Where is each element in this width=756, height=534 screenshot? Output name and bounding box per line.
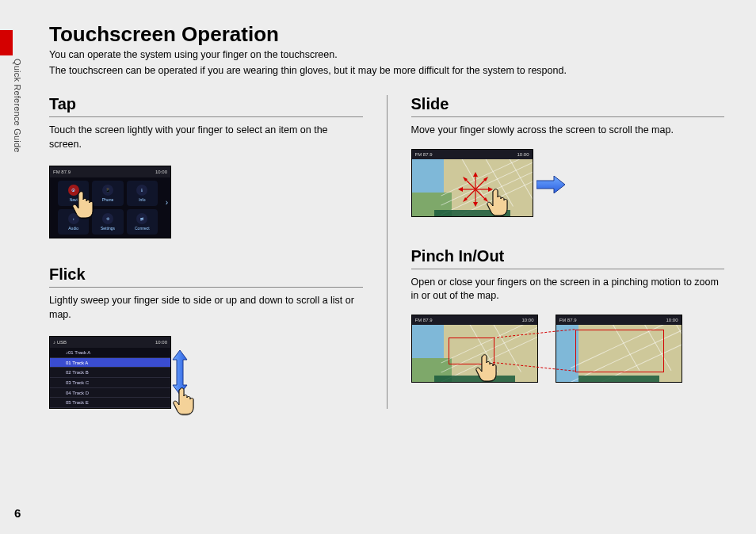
flick-body: Lightly sweep your finger side to side o… <box>49 294 363 322</box>
menu-icon-info: ℹInfo <box>127 181 158 206</box>
svg-line-10 <box>465 179 475 189</box>
intro-line-1: You can operate the system using your fi… <box>49 48 724 63</box>
chevron-right-icon: › <box>166 198 168 207</box>
zoom-frame-icon <box>575 330 664 372</box>
flick-heading: Flick <box>49 265 363 284</box>
radio-label: FM 87.9 <box>53 170 71 174</box>
menu-icon-connect: ⇄Connect <box>127 209 158 235</box>
list-item: 05 Track E <box>50 398 170 408</box>
source-label: ♪ USB <box>53 340 67 345</box>
pinch-illustration: FM 87.9 10:00 <box>411 315 697 386</box>
list-header: ♪ 01 Track A <box>50 348 170 358</box>
slide-illustration: FM 87.9 10:00 <box>411 149 557 217</box>
page-title: Touchscreen Operation <box>49 22 724 47</box>
divider <box>49 116 363 117</box>
svg-marker-5 <box>458 187 463 192</box>
list-item: 01 Track A <box>50 358 170 368</box>
tap-illustration: FM 87.9 10:00 ⦿Navi 📱Phone ℹInfo ♪Audio … <box>49 166 171 238</box>
radio-label: FM 87.9 <box>415 318 433 322</box>
hand-slide-icon <box>487 185 514 216</box>
slide-heading: Slide <box>411 95 725 113</box>
svg-marker-3 <box>473 202 478 207</box>
svg-line-14 <box>465 189 475 200</box>
pinch-body: Open or close your fingers on the screen… <box>411 276 725 303</box>
list-item: 02 Track B <box>50 368 170 378</box>
svg-marker-1 <box>473 172 478 177</box>
clock: 10:00 <box>517 152 529 157</box>
clock: 10:00 <box>666 318 678 322</box>
divider <box>411 116 725 117</box>
hand-pinch-icon <box>475 350 502 382</box>
list-item: 03 Track C <box>50 378 170 388</box>
clock: 10:00 <box>155 170 167 174</box>
tap-heading: Tap <box>49 95 363 113</box>
flick-illustration: ♪ USB 10:00 ♪ 01 Track A 01 Track A 02 T… <box>49 336 219 409</box>
intro-line-2: The touchscreen can be operated if you a… <box>49 64 724 78</box>
hand-flick-icon <box>173 383 200 415</box>
divider <box>49 287 363 288</box>
clock: 10:00 <box>155 340 167 345</box>
right-arrow-icon <box>536 176 565 193</box>
list-item: 04 Track D <box>50 388 170 399</box>
tap-body: Touch the screen lightly with your finge… <box>49 124 363 151</box>
section-tab <box>0 30 13 55</box>
radio-label: FM 87.9 <box>559 318 577 322</box>
svg-line-12 <box>475 189 486 200</box>
svg-line-8 <box>475 179 486 189</box>
clock: 10:00 <box>521 318 533 322</box>
pinch-heading: Pinch In/Out <box>411 247 725 265</box>
side-label: Quick Reference Guide <box>13 59 22 153</box>
page-number: 6 <box>14 506 21 520</box>
slide-body: Move your finger slowly across the scree… <box>411 124 725 138</box>
divider <box>411 269 725 269</box>
radio-label: FM 87.9 <box>415 152 433 157</box>
hand-tap-icon <box>72 187 99 219</box>
